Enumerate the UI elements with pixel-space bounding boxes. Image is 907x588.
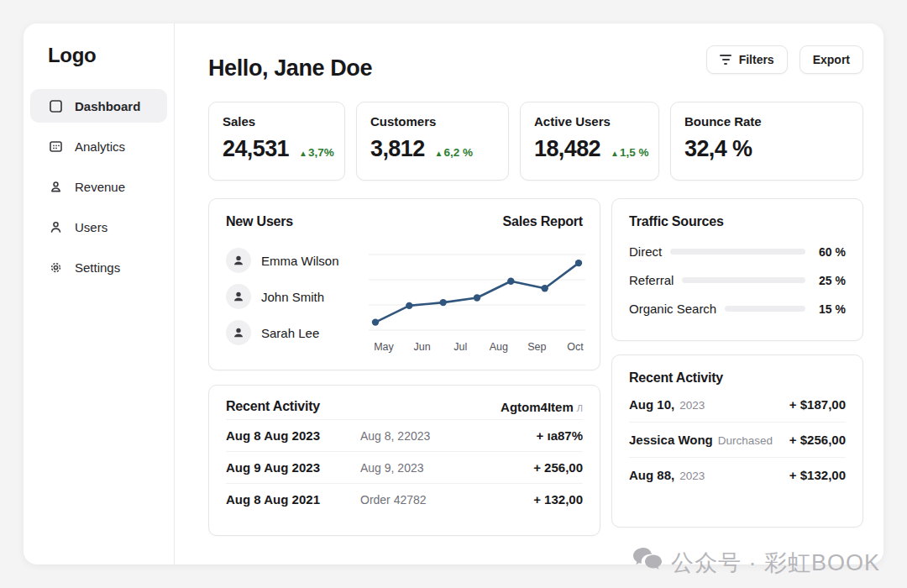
sales-report-title: Sales Report [503, 214, 583, 229]
stat-label: Customers [370, 114, 495, 129]
activity-amount: + 256,00 [533, 460, 583, 475]
svg-text:Sep: Sep [527, 341, 546, 353]
stat-card-bounce-rate: Bounce Rate 32,4 % [670, 102, 863, 181]
app-window: Logo Dashboard Analytics Revenue [24, 24, 883, 564]
user-icon [48, 219, 63, 234]
activity-sub: 2023 [679, 470, 705, 482]
activity-amount: + $256,00 [789, 433, 846, 447]
content-columns: New Users Sales Report Emma Wilson [208, 198, 863, 536]
table-row[interactable]: Aug 8 Aug 2021 Order 42782 + 132,00 [226, 483, 583, 515]
main-content: Hello, Jane Doe Filters Export Sales 24,… [175, 24, 883, 564]
stat-label: Active Users [534, 114, 645, 129]
stat-delta: ▲1,5 % [611, 146, 648, 159]
sidebar: Logo Dashboard Analytics Revenue [24, 24, 175, 564]
user-name: Emma Wilson [261, 254, 339, 268]
recent-activity-title: Recent Activity [629, 370, 723, 386]
export-button-label: Export [813, 53, 850, 66]
svg-text:Jun: Jun [414, 341, 431, 353]
filters-button[interactable]: Filters [706, 45, 788, 74]
traffic-label: Direct [629, 244, 662, 259]
svg-text:May: May [374, 341, 394, 353]
list-item[interactable]: Emma Wilson [226, 248, 367, 273]
new-users-title: New Users [226, 214, 293, 229]
activity-detail: Order 42782 [360, 493, 533, 507]
list-item[interactable]: Aug 10,2023 + $187,00 [629, 387, 846, 423]
gear-icon [48, 260, 63, 275]
traffic-row-referral: Referral 25 % [629, 273, 846, 287]
recent-activity-card-left: Recent Activity Agtom4ItemЛ Aug 8 Aug 20… [208, 385, 600, 536]
traffic-label: Referral [629, 273, 674, 287]
activity-header-right: Agtom4ItemЛ [501, 400, 583, 414]
stat-card-customers: Customers 3,812 ▲6,2 % [356, 102, 509, 181]
user-name: John Smith [261, 290, 324, 304]
svg-text:Oct: Oct [567, 341, 584, 353]
recent-activity-title: Recent Activity [226, 399, 320, 414]
person-badge-icon [48, 179, 63, 194]
new-users-list: Emma Wilson John Smith [226, 241, 367, 359]
stat-value: 32,4 % [684, 136, 752, 162]
stat-value: 24,531 [223, 136, 289, 162]
activity-amount: + 132,00 [533, 492, 583, 507]
recent-activity-card-right: Recent Activity Aug 10,2023 + $187,00 Je… [611, 354, 863, 528]
activity-main: Aug 10,2023 [629, 397, 705, 412]
sidebar-item-dashboard[interactable]: Dashboard [30, 89, 167, 123]
up-arrow-icon: ▲ [611, 149, 619, 158]
progress-bar [670, 249, 805, 255]
left-column: New Users Sales Report Emma Wilson [208, 198, 600, 536]
export-button[interactable]: Export [800, 45, 863, 74]
avatar [226, 320, 251, 345]
header-actions: Filters Export [706, 45, 863, 74]
svg-text:Aug: Aug [490, 341, 508, 353]
right-column: Traffic Sources Direct 60 % Referral 25 … [611, 198, 863, 536]
table-row[interactable]: Aug 8 Aug 2023 Aug 8, 22023 + ıa87% [226, 419, 583, 451]
sidebar-item-label: Settings [75, 260, 120, 275]
traffic-percent: 15 % [814, 302, 846, 316]
activity-sub: 2023 [679, 399, 705, 412]
sidebar-item-settings[interactable]: Settings [30, 250, 167, 284]
avatar [226, 284, 251, 309]
traffic-label: Organic Search [629, 302, 716, 316]
stat-label: Sales [223, 114, 331, 129]
traffic-percent: 25 % [814, 274, 846, 287]
traffic-sources-card: Traffic Sources Direct 60 % Referral 25 … [611, 198, 863, 341]
sidebar-item-analytics[interactable]: Analytics [30, 129, 167, 163]
stat-card-sales: Sales 24,531 ▲3,7% [208, 102, 345, 181]
sidebar-item-label: Analytics [75, 139, 125, 154]
table-row[interactable]: Aug 9 Aug 2023 Aug 9, 2023 + 256,00 [226, 451, 583, 483]
list-item[interactable]: Sarah Lee [226, 320, 367, 345]
sidebar-item-users[interactable]: Users [30, 210, 167, 244]
progress-bar [682, 277, 805, 283]
sidebar-item-revenue[interactable]: Revenue [30, 170, 167, 203]
avatar [226, 248, 251, 273]
page-title: Hello, Jane Doe [208, 45, 372, 81]
list-item[interactable]: John Smith [226, 284, 367, 309]
new-users-card: New Users Sales Report Emma Wilson [208, 198, 600, 370]
activity-date: Aug 8 Aug 2023 [226, 428, 360, 443]
filter-icon [720, 55, 732, 64]
up-arrow-icon: ▲ [435, 149, 443, 158]
sidebar-item-label: Revenue [75, 180, 125, 194]
activity-date: Aug 8 Aug 2021 [226, 492, 360, 507]
list-item[interactable]: Jessica WongDurchased + $256,00 [629, 423, 846, 458]
activity-sub: Durchased [718, 434, 773, 447]
stat-value: 3,812 [370, 136, 425, 162]
svg-text:Jul: Jul [454, 341, 467, 353]
filters-button-label: Filters [739, 53, 774, 66]
activity-detail: Aug 8, 22023 [360, 429, 537, 443]
stat-delta: ▲6,2 % [435, 146, 473, 159]
sidebar-item-label: Users [75, 220, 107, 234]
traffic-percent: 60 % [814, 245, 846, 259]
logo: Logo [24, 44, 174, 89]
stat-label: Bounce Rate [684, 114, 849, 129]
note-glyph: Л [577, 403, 583, 413]
stat-delta: ▲3,7% [299, 146, 334, 159]
activity-detail: Aug 9, 2023 [360, 461, 533, 475]
up-arrow-icon: ▲ [299, 149, 307, 158]
traffic-row-organic-search: Organic Search 15 % [629, 302, 846, 316]
traffic-sources-title: Traffic Sources [629, 214, 724, 229]
activity-amount: + $132,00 [789, 468, 846, 482]
sidebar-nav: Dashboard Analytics Revenue Users [24, 89, 174, 284]
activity-amount: + ıa87% [537, 428, 583, 443]
stat-card-active-users: Active Users 18,482 ▲1,5 % [520, 102, 659, 181]
list-item[interactable]: Aug 88,2023 + $132,00 [629, 458, 846, 492]
